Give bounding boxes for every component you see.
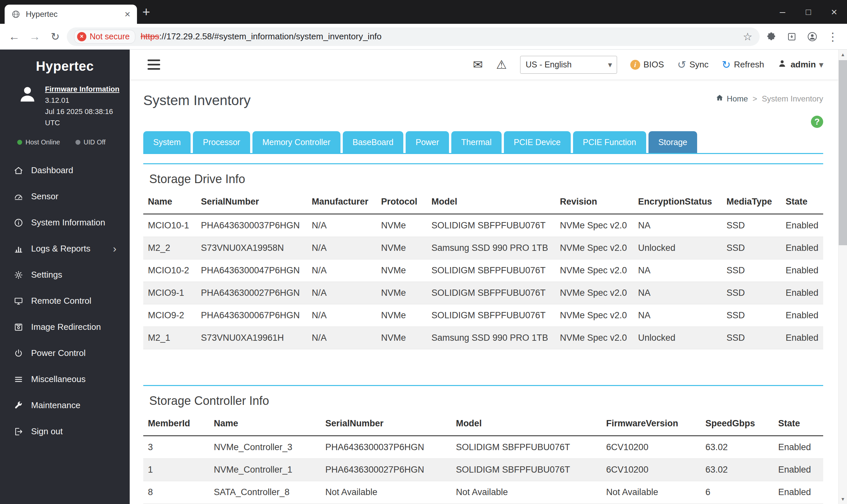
reload-icon [51,31,60,43]
table-cell: PHA6436300027P6HGN [321,459,451,481]
brand-logo: Hypertec [36,59,93,74]
browser-tab[interactable]: Hypertec [5,5,137,24]
uid-status: UID Off [75,139,106,146]
main-area: US - English BIOS Sync Refresh [130,50,839,504]
maximize-icon [806,7,811,17]
disk-icon [13,322,24,332]
tab-system[interactable]: System [143,131,191,153]
table-cell: NA [634,259,722,282]
sidebar-item-label: Image Redirection [31,322,101,332]
puzzle-icon [766,32,776,42]
profile-button[interactable] [803,28,821,46]
language-select[interactable]: US - English [520,56,617,74]
table-cell: SSD [722,282,781,304]
sidebar-item-label: Sign out [31,426,63,436]
tab-baseboard[interactable]: BaseBoard [343,131,404,153]
bookmark-star-icon[interactable] [743,31,753,43]
sidebar-item-image-redirection[interactable]: Image Redirection [0,314,130,340]
scroll-up-arrow-icon[interactable] [839,50,847,59]
table-row: 3NVMe_Controller_3PHA6436300037P6HGNSOLI… [143,436,823,459]
column-header: Model [451,412,602,436]
table-cell: Enabled [774,481,823,504]
refresh-icon [722,58,731,71]
status-row: Host Online UID Off [0,129,130,146]
tab-processor[interactable]: Processor [193,131,250,153]
refresh-button[interactable]: Refresh [722,58,764,71]
column-header: Name [143,190,196,214]
table-cell: NA [634,214,722,237]
table-row: 8SATA_Controller_8Not AvailableNot Avail… [143,481,823,504]
mail-icon[interactable] [473,58,483,72]
hamburger-menu-button[interactable] [148,59,160,70]
new-tab-button[interactable] [137,3,156,21]
close-button[interactable] [821,0,847,24]
column-header: Manufacturer [307,190,377,214]
browser-tools-button[interactable] [783,28,801,46]
uid-off-dot-icon [75,140,81,145]
table-cell: NVMe [377,327,427,349]
table-cell: N/A [307,214,377,237]
table-cell: MCIO10-2 [143,259,196,282]
table-cell: NVMe [377,282,427,304]
sidebar-item-settings[interactable]: Settings [0,262,130,288]
table-cell: SSD [722,237,781,259]
sidebar-item-system-information[interactable]: System Information [0,210,130,236]
sidebar: Hypertec Firmware Information 3.12.01 Ju… [0,50,130,504]
browser-menu-button[interactable] [824,28,842,46]
sidebar-item-maintenance[interactable]: Maintenance [0,392,130,418]
table-cell: SSD [722,327,781,349]
column-header: Revision [555,190,633,214]
scrollbar-thumb[interactable] [839,60,847,245]
sidebar-item-label: System Information [31,217,105,228]
tab-thermal[interactable]: Thermal [451,131,502,153]
extensions-button[interactable] [762,28,780,46]
tab-pcie-device[interactable]: PCIE Device [504,131,571,153]
tab-close-icon[interactable] [124,8,131,20]
table-cell: NVMe Spec v2.0 [555,282,633,304]
caret-down-icon [608,60,612,69]
table-cell: N/A [307,327,377,349]
sidebar-item-sensor[interactable]: Sensor [0,183,130,210]
reload-button[interactable] [46,28,64,46]
not-secure-chip[interactable]: Not secure [74,30,135,43]
sidebar-item-power-control[interactable]: Power Control [0,340,130,366]
sidebar-item-remote-control[interactable]: Remote Control [0,288,130,314]
table-cell: NVMe Spec v2.0 [555,214,633,237]
scroll-down-arrow-icon[interactable] [839,494,847,504]
sidebar-item-label: Miscellaneous [31,374,86,384]
table-cell: Samsung SSD 990 PRO 1TB [427,327,555,349]
table-row: MCIO9-2PHA6436300067P6HGNN/ANVMeSOLIDIGM… [143,304,823,327]
column-header: Protocol [377,190,427,214]
forward-button[interactable] [26,28,44,46]
home-icon [13,165,24,176]
firmware-information-link[interactable]: Firmware Information [45,84,123,95]
tab-memory-controller[interactable]: Memory Controller [253,131,341,153]
table-cell: Enabled [781,282,823,304]
table-cell: Unlocked [634,327,722,349]
firmware-version: 3.12.01 [45,95,123,106]
bios-label: BIOS [643,59,664,70]
bios-button[interactable]: BIOS [630,59,664,70]
breadcrumb-home-link[interactable]: Home [716,94,748,104]
column-header: SerialNumber [196,190,307,214]
maximize-button[interactable] [795,0,821,24]
page-scrollbar[interactable] [839,50,847,504]
sidebar-item-sign-out[interactable]: Sign out [0,418,130,445]
admin-menu-button[interactable]: admin [777,58,823,71]
sidebar-item-miscellaneous[interactable]: Miscellaneous [0,366,130,392]
table-cell: Not Available [451,481,602,504]
tab-power[interactable]: Power [405,131,449,153]
sidebar-item-dashboard[interactable]: Dashboard [0,157,130,183]
back-button[interactable] [5,28,23,46]
inventory-tabs: SystemProcessorMemory ControllerBaseBoar… [143,131,823,154]
address-bar[interactable]: Not secure https://172.29.2.58/#system_i… [67,28,760,46]
sync-button[interactable]: Sync [677,58,709,71]
table-row: M2_2S73VNU0XA19958NN/ANVMeSamsung SSD 99… [143,237,823,259]
minimize-button[interactable] [770,0,795,24]
sidebar-item-logs-reports[interactable]: Logs & Reports [0,236,130,262]
tab-pcie-function[interactable]: PCIE Function [573,131,646,153]
tab-storage[interactable]: Storage [649,131,697,153]
not-secure-label: Not secure [90,32,130,41]
help-icon[interactable] [811,116,823,128]
warning-icon[interactable] [496,58,506,72]
